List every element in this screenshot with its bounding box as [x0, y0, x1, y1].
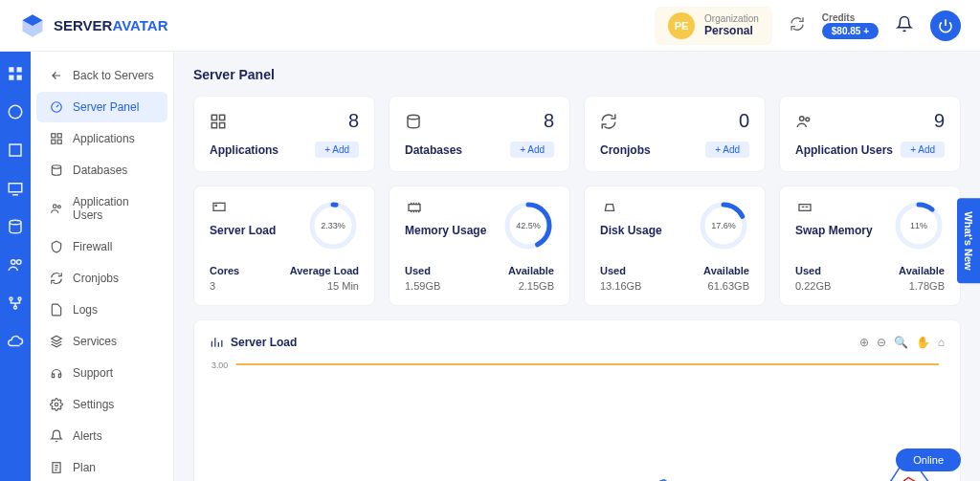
svg-rect-5 [10, 144, 21, 156]
svg-point-32 [806, 117, 810, 120]
gauge-icon [50, 100, 63, 114]
stat-label: Used [795, 265, 831, 276]
grid-icon [50, 132, 63, 145]
organization-selector[interactable]: PE Organization Personal [655, 7, 772, 45]
doc-icon [50, 461, 63, 474]
page-title: Server Panel [193, 67, 961, 82]
rail-dashboard-icon[interactable] [7, 65, 24, 82]
refresh-icon[interactable] [790, 16, 805, 34]
credits[interactable]: Credits $80.85 + [822, 12, 879, 39]
swap-icon [795, 200, 814, 215]
chart-tool-home-icon[interactable]: ⌂ [938, 336, 945, 349]
svg-point-30 [408, 115, 419, 120]
sidebar-item-cron[interactable]: Cronjobs [36, 263, 167, 294]
chart-tool-minus-icon[interactable]: ⊖ [877, 336, 886, 349]
appusers-icon [795, 113, 813, 130]
sidebar-item-label: Application Users [73, 195, 154, 222]
sidebar-item-label: Applications [73, 132, 135, 145]
add-cronjobs-button[interactable]: + Add [705, 142, 749, 158]
label: Application Users [795, 143, 893, 157]
svg-point-18 [52, 165, 60, 169]
svg-rect-17 [57, 140, 61, 143]
load-icon [210, 200, 229, 215]
whats-new-tab[interactable]: What's New [957, 198, 980, 283]
chart-tool-pan-icon[interactable]: ✋ [916, 336, 930, 349]
sidebar-item-label: Server Panel [73, 100, 139, 114]
svg-rect-26 [212, 115, 216, 120]
shield-icon [50, 240, 63, 253]
sidebar-item-services[interactable]: Services [36, 326, 167, 357]
sidebar-item-plan[interactable]: Plan [36, 452, 167, 481]
add-applications-button[interactable]: + Add [315, 142, 359, 158]
sidebar-item-logs[interactable]: Logs [36, 295, 167, 325]
stat-value: 61.63GB [703, 280, 749, 292]
metric-title: Server Load [210, 224, 276, 237]
stat-label: Available [703, 265, 749, 276]
sidebar-item-users[interactable]: Application Users [36, 186, 167, 230]
bell-icon[interactable] [896, 15, 913, 35]
sidebar-item-settings[interactable]: Settings [36, 389, 167, 420]
stat-label: Available [508, 265, 554, 276]
svg-point-19 [54, 205, 57, 208]
svg-point-11 [18, 297, 21, 300]
logo[interactable]: SERVERAVATAR [19, 12, 167, 39]
power-button[interactable] [930, 11, 961, 41]
stat-label: Available [899, 265, 945, 276]
rail-team-icon[interactable] [7, 256, 24, 273]
credits-badge: $80.85 + [822, 23, 879, 39]
add-databases-button[interactable]: + Add [510, 142, 554, 158]
disk-icon [600, 200, 619, 215]
bell-icon [50, 429, 63, 443]
stat-value: 1.78GB [899, 280, 945, 292]
rail-monitor-icon[interactable] [7, 180, 24, 197]
svg-point-12 [14, 306, 17, 309]
sidebar-item-firewall[interactable]: Firewall [36, 231, 167, 262]
logo-icon [19, 12, 46, 39]
metric-card-load: Server Load2.33%Cores3Average Load15 Min [193, 186, 375, 306]
metric-title: Swap Memory [795, 224, 873, 237]
chart-tool-plus-icon[interactable]: ⊕ [859, 336, 869, 349]
svg-rect-2 [9, 76, 13, 80]
sidebar-item-label: Alerts [73, 429, 102, 443]
rail-servers-icon[interactable] [7, 103, 24, 120]
metric-card-memory: Memory Usage42.5%Used1.59GBAvailable2.15… [389, 186, 570, 306]
count: 8 [544, 110, 554, 132]
svg-point-31 [800, 116, 805, 120]
rail-network-icon[interactable] [7, 295, 24, 312]
count: 0 [739, 110, 749, 132]
summary-card-applications: 8Applications+ Add [193, 96, 375, 172]
sidebar-item-label: Settings [73, 398, 114, 411]
chart-tool-zoom-icon[interactable]: 🔍 [894, 336, 908, 349]
org-avatar: PE [668, 12, 695, 39]
sidebar-item-panel[interactable]: Server Panel [36, 92, 167, 122]
sidebar-item-label: Support [73, 366, 113, 380]
sidebar-item-alerts[interactable]: Alerts [36, 421, 167, 451]
label: Applications [210, 143, 278, 157]
credits-label: Credits [822, 12, 879, 23]
sidebar-item-apps[interactable]: Applications [36, 123, 167, 154]
svg-text:3.00: 3.00 [212, 361, 228, 370]
summary-card-appusers: 9Application Users+ Add [779, 96, 961, 172]
file-icon [50, 303, 63, 317]
sidebar-item-db[interactable]: Databases [36, 155, 167, 186]
icon-rail [0, 52, 31, 481]
metric-card-disk: Disk Usage17.6%Used13.16GBAvailable61.63… [584, 186, 766, 306]
label: Databases [405, 143, 462, 157]
add-appusers-button[interactable]: + Add [901, 142, 945, 158]
svg-point-8 [11, 260, 16, 265]
svg-rect-1 [17, 67, 22, 72]
rail-files-icon[interactable] [7, 142, 24, 159]
svg-rect-28 [212, 122, 216, 127]
online-badge[interactable]: Online [896, 448, 961, 471]
brand-text-1: SERVER [54, 17, 112, 33]
svg-point-34 [215, 205, 216, 206]
sidebar-item-label: Plan [73, 461, 96, 474]
rail-db-icon[interactable] [7, 218, 24, 235]
svg-rect-15 [57, 134, 61, 138]
sidebar-item-support[interactable]: Support [36, 358, 167, 388]
rail-cloud-icon[interactable] [7, 333, 24, 350]
gauge: 2.33% [307, 200, 359, 251]
memory-icon [405, 200, 424, 215]
sidebar-item-back[interactable]: Back to Servers [36, 60, 167, 91]
cronjobs-icon [600, 113, 617, 130]
